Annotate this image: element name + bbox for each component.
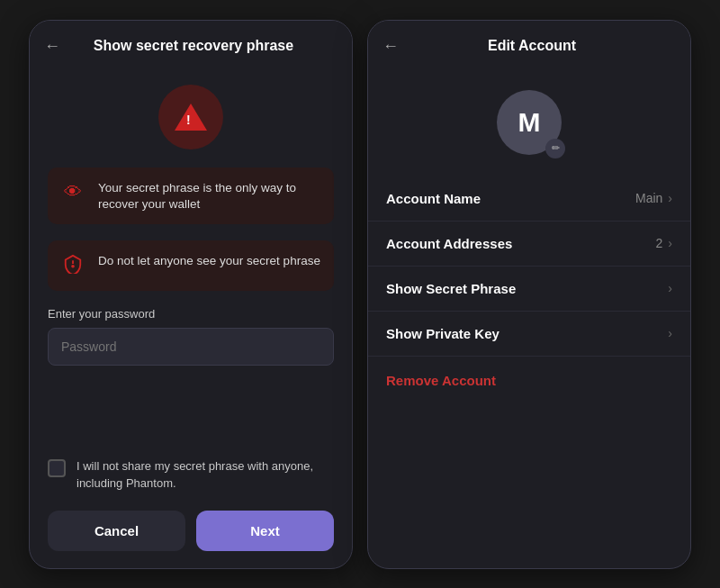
info-text-share: Do not let anyone see your secret phrase [98,251,320,270]
avatar-area: M ✏ [368,76,690,176]
remove-account-label: Remove Account [386,373,496,388]
account-name-item[interactable]: Account Name Main › [368,176,690,222]
right-phone-frame: ← Edit Account M ✏ Account Name Main › [367,20,691,569]
account-addresses-right: 2 › [656,236,672,250]
account-addresses-value: 2 [656,236,663,250]
left-header-title: Show secret recovery phrase [71,38,316,54]
spacer [48,380,334,457]
right-header-title: Edit Account [410,38,654,54]
show-private-key-right: › [668,326,672,340]
password-label: Enter your password [48,307,334,321]
cancel-button[interactable]: Cancel [48,511,185,551]
show-secret-phrase-chevron: › [668,281,672,295]
avatar-circle[interactable]: M ✏ [497,90,562,155]
right-back-button[interactable]: ← [382,37,399,56]
edit-avatar-button[interactable]: ✏ [545,139,565,158]
avatar-letter: M [518,107,541,138]
password-input[interactable] [48,328,334,366]
warning-circle [158,85,223,149]
show-secret-phrase-right: › [668,281,672,295]
account-name-value: Main [635,191,662,205]
left-back-button[interactable]: ← [44,37,60,56]
show-secret-phrase-item[interactable]: Show Secret Phrase › [368,267,690,312]
svg-point-1 [72,266,74,267]
show-private-key-item[interactable]: Show Private Key › [368,312,690,357]
eye-icon: 👁 [58,178,87,207]
info-row-shield: Do not let anyone see your secret phrase [48,240,334,291]
left-header: ← Show secret recovery phrase [30,21,352,68]
shield-icon [58,251,87,280]
account-name-chevron: › [668,191,672,205]
right-content: M ✏ Account Name Main › Account Addresse… [368,68,690,565]
next-button[interactable]: Next [196,511,334,551]
left-phone-frame: ← Show secret recovery phrase 👁 Your sec… [29,20,353,569]
right-header: ← Edit Account [368,21,690,68]
remove-account-item[interactable]: Remove Account [368,357,690,405]
account-name-right: Main › [635,191,672,205]
account-addresses-label: Account Addresses [386,236,512,251]
left-content: 👁 Your secret phrase is the only way to … [30,68,352,565]
show-private-key-chevron: › [668,326,672,340]
account-addresses-item[interactable]: Account Addresses 2 › [368,222,690,267]
account-addresses-chevron: › [668,236,672,250]
info-text-recovery: Your secret phrase is the only way to re… [98,178,323,214]
checkbox-row: I will not share my secret phrase with a… [48,457,334,493]
agreement-checkbox[interactable] [48,459,66,477]
info-row-eye: 👁 Your secret phrase is the only way to … [48,167,334,225]
show-private-key-label: Show Private Key [386,326,500,341]
warning-triangle-icon [175,104,207,131]
show-secret-phrase-label: Show Secret Phrase [386,281,516,296]
checkbox-label: I will not share my secret phrase with a… [76,457,334,493]
bottom-buttons: Cancel Next [48,511,334,551]
account-name-label: Account Name [386,191,481,206]
